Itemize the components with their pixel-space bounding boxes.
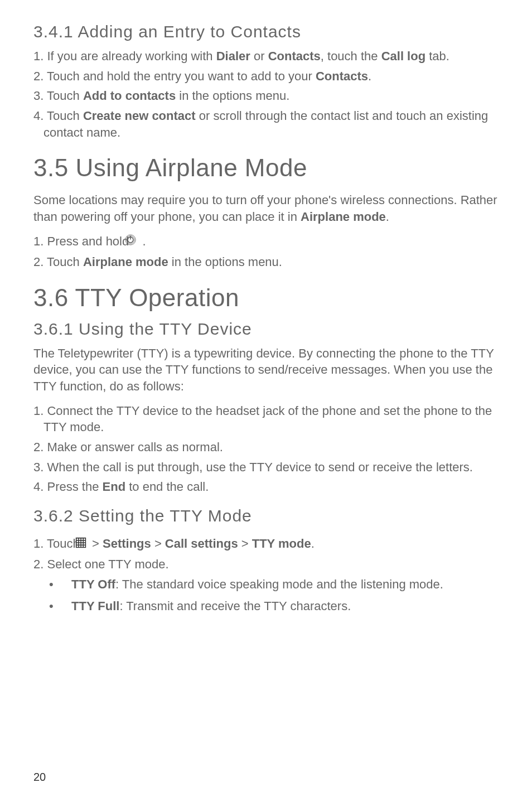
text: . [386,210,389,224]
bullet-item: • TTY Full: Transmit and receive the TTY… [33,598,499,615]
svg-rect-12 [76,543,78,545]
paragraph: The Teletypewriter (TTY) is a typewritin… [33,345,499,395]
svg-rect-4 [76,539,78,540]
svg-rect-8 [76,541,78,543]
heading-s35: 3.5 Using Airplane Mode [33,154,499,182]
apps-grid-icon [85,536,86,553]
heading-s362: 3.6.2 Setting the TTY Mode [33,506,499,525]
text: tab. [425,49,449,63]
svg-rect-17 [79,545,81,547]
power-icon [134,234,137,250]
document-page: 3.4.1 Adding an Entry to Contacts 1. If … [0,0,532,797]
text: > [238,537,252,550]
bullet-item: • TTY Off: The standard voice speaking m… [33,576,499,593]
text: > [151,537,165,550]
heading-s361: 3.6.1 Using the TTY Device [33,320,499,339]
text: . [368,69,371,83]
text: 2. Touch and hold the entry you want to … [33,69,316,83]
text: : The standard voice speaking mode and t… [115,577,443,591]
list-item: 4. Press the End to end the call. [33,479,499,495]
svg-rect-18 [81,545,83,547]
text: 4. Press the [33,480,103,494]
bold-text: End [103,480,126,494]
text: Some locations may require you to turn o… [33,193,497,224]
list-item: 3. Touch Add to contacts in the options … [33,88,499,104]
list-item: 1. Touch > Settings > Call settings > TT… [33,535,499,553]
bold-text: TTY Full [71,599,119,613]
bold-text: Dialer [216,49,250,63]
svg-rect-9 [79,541,81,543]
list-item: 2. Select one TTY mode. [33,556,499,573]
list-item: 2. Touch and hold the entry you want to … [33,68,499,85]
bold-text: TTY Off [71,577,115,591]
heading-s36: 3.6 TTY Operation [33,284,499,312]
bold-text: TTY mode [252,537,311,550]
text: . [139,234,146,248]
svg-rect-19 [84,545,85,547]
svg-rect-6 [81,539,83,540]
text: 1. Press and hold [33,234,132,248]
list-item: 1. Connect the TTY device to the headset… [33,403,499,436]
bold-text: Contacts [268,49,321,63]
text: > [89,537,103,550]
svg-rect-13 [79,543,81,545]
bold-text: Call settings [165,537,238,550]
svg-rect-10 [81,541,83,543]
text: 2. Touch [33,255,83,269]
bullet-icon: • [60,576,71,593]
text: : Transmit and receive the TTY character… [119,599,351,613]
svg-rect-14 [81,543,83,545]
list-item: 1. If you are already working with Diale… [33,48,499,65]
list-item: 4. Touch Create new contact or scroll th… [33,108,499,141]
list-item: 2. Make or answer calls as normal. [33,439,499,456]
bold-text: Settings [103,537,151,550]
text: . [311,537,315,550]
bold-text: Contacts [316,69,368,83]
bold-text: Add to contacts [83,89,176,103]
text: , touch the [321,49,381,63]
list-item: 1. Press and hold . [33,233,499,250]
paragraph: Some locations may require you to turn o… [33,192,499,225]
text: 1. If you are already working with [33,49,216,63]
text: or [250,49,268,63]
bullet-icon: • [60,598,71,615]
heading-s341: 3.4.1 Adding an Entry to Contacts [33,22,499,41]
bold-text: Airplane mode [301,210,386,224]
list-item: 2. Touch Airplane mode in the options me… [33,254,499,271]
text: in the options menu. [176,89,289,103]
bold-text: Airplane mode [83,255,168,269]
svg-rect-16 [76,545,78,547]
svg-rect-7 [84,539,85,540]
list-item: 3. When the call is put through, use the… [33,459,499,476]
svg-rect-15 [84,543,85,545]
text: to end the call. [125,480,209,494]
page-number: 20 [33,771,46,784]
text: in the options menu. [168,255,282,269]
text: 3. Touch [33,89,83,103]
bold-text: Call log [381,49,425,63]
svg-rect-5 [79,539,81,540]
svg-rect-11 [84,541,85,543]
text: 4. Touch [33,109,83,123]
bold-text: Create new contact [83,109,196,123]
